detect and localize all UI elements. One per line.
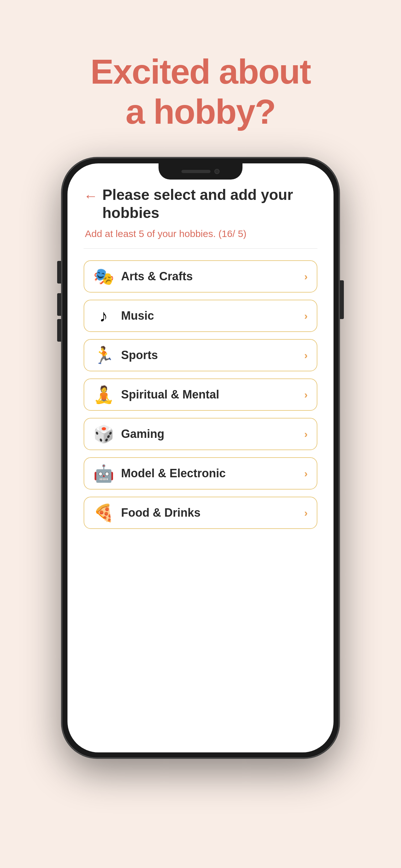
spiritual-chevron: › <box>304 389 308 401</box>
notch-camera <box>214 169 220 174</box>
category-left: 🍕 Food & Drinks <box>93 504 201 521</box>
gaming-chevron: › <box>304 428 308 440</box>
model-emoji: 🤖 <box>93 465 114 482</box>
music-chevron: › <box>304 310 308 322</box>
sports-label: Sports <box>121 348 158 362</box>
arts-crafts-emoji: 🎭 <box>93 268 114 285</box>
page-title: Excited about a hobby? <box>65 52 336 132</box>
category-item-sports[interactable]: 🏃 Sports › <box>84 339 317 371</box>
category-left: 🏃 Sports <box>93 347 158 364</box>
phone-outer: ← Please select and add your hobbies Add… <box>62 158 339 758</box>
notch-speaker <box>181 170 211 173</box>
category-item-arts-crafts[interactable]: 🎭 Arts & Crafts › <box>84 260 317 292</box>
screen-content: ← Please select and add your hobbies Add… <box>67 163 334 752</box>
music-label: Music <box>121 309 154 322</box>
gaming-label: Gaming <box>121 427 164 441</box>
sports-chevron: › <box>304 349 308 361</box>
phone-notch <box>158 163 243 180</box>
category-left: 🎲 Gaming <box>93 426 164 442</box>
food-label: Food & Drinks <box>121 506 201 520</box>
spiritual-emoji: 🧘 <box>93 386 114 403</box>
food-emoji: 🍕 <box>93 504 114 521</box>
sports-emoji: 🏃 <box>93 347 114 364</box>
subtitle-text: Add at least 5 of your hobbies. (16/ 5) <box>84 228 317 239</box>
food-chevron: › <box>304 507 308 519</box>
divider <box>84 248 317 249</box>
music-emoji: ♪ <box>93 307 114 324</box>
model-label: Model & Electronic <box>121 467 226 480</box>
arts-crafts-label: Arts & Crafts <box>121 270 193 283</box>
header-row: ← Please select and add your hobbies <box>84 186 317 221</box>
spiritual-label: Spiritual & Mental <box>121 388 219 401</box>
gaming-emoji: 🎲 <box>93 426 114 442</box>
category-left: 🤖 Model & Electronic <box>93 465 226 482</box>
model-chevron: › <box>304 468 308 479</box>
phone-screen: ← Please select and add your hobbies Add… <box>67 163 334 752</box>
category-item-music[interactable]: ♪ Music › <box>84 300 317 332</box>
category-left: ♪ Music <box>93 307 154 324</box>
category-item-model[interactable]: 🤖 Model & Electronic › <box>84 457 317 490</box>
category-list: 🎭 Arts & Crafts › ♪ Music › <box>84 260 317 529</box>
category-item-gaming[interactable]: 🎲 Gaming › <box>84 418 317 450</box>
category-left: 🧘 Spiritual & Mental <box>93 386 219 403</box>
category-item-food[interactable]: 🍕 Food & Drinks › <box>84 497 317 529</box>
screen-title: Please select and add your hobbies <box>102 186 317 221</box>
arts-crafts-chevron: › <box>304 271 308 283</box>
back-button[interactable]: ← <box>84 188 98 204</box>
category-item-spiritual[interactable]: 🧘 Spiritual & Mental › <box>84 378 317 411</box>
category-left: 🎭 Arts & Crafts <box>93 268 193 285</box>
phone-mockup: ← Please select and add your hobbies Add… <box>62 158 339 758</box>
